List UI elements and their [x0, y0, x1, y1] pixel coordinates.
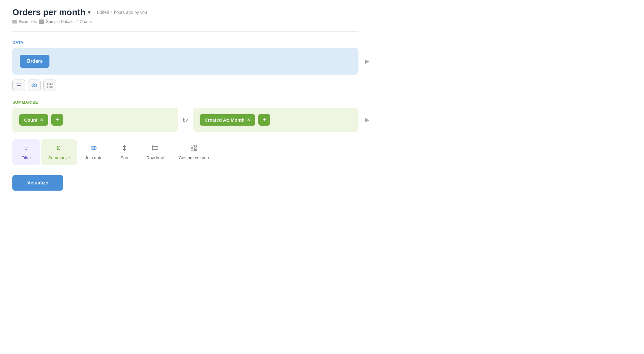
custom-col-icon-btn[interactable]	[43, 80, 56, 91]
svg-point-4	[34, 84, 37, 87]
by-label: by	[183, 117, 188, 123]
folder-icon	[12, 20, 17, 24]
orders-button[interactable]: Orders	[20, 55, 49, 68]
breadcrumb: Examples Sample Dataset / Orders	[12, 19, 358, 24]
summarize-action-label: Summarize	[48, 155, 70, 160]
svg-text:Σ: Σ	[56, 145, 60, 151]
join-circles-icon	[31, 82, 38, 89]
edited-timestamp: Edited 4 hours ago by you	[97, 10, 147, 15]
svg-rect-7	[47, 86, 49, 88]
created-at-pill-remove[interactable]: ✕	[247, 118, 250, 122]
sort-action[interactable]: Sort	[111, 139, 138, 165]
summarize-section-label: Summarize	[12, 100, 358, 105]
data-area: Orders ▶	[12, 48, 358, 75]
custom-column-action-icon	[190, 144, 197, 153]
svg-rect-23	[191, 145, 193, 147]
page-title: Orders per month	[12, 7, 85, 17]
data-area-arrow[interactable]: ▶	[365, 58, 370, 65]
custom-column-action[interactable]: Custom column	[172, 139, 215, 165]
summarize-groupby-box: Created At: Month ✕ + ▶	[193, 108, 358, 132]
breadcrumb-examples[interactable]: Examples	[19, 19, 37, 24]
header-divider	[12, 31, 358, 32]
breadcrumb-table[interactable]: Orders	[79, 19, 92, 24]
database-icon	[39, 19, 44, 24]
summarize-row: Count ✕ + by Created At: Month ✕ + ▶	[12, 108, 358, 132]
summarize-metrics-box: Count ✕ +	[12, 108, 178, 132]
svg-rect-6	[50, 83, 52, 85]
filter-action[interactable]: Filter	[12, 139, 40, 165]
join-action-icon	[90, 144, 97, 153]
filter-icon-btn[interactable]	[12, 80, 25, 91]
join-icon-btn[interactable]	[28, 80, 41, 91]
data-section-label: Data	[12, 40, 358, 45]
title-dropdown-icon[interactable]: ▾	[88, 9, 91, 16]
row-limit-action[interactable]: Row limit	[140, 139, 171, 165]
toolbar-icons-row	[12, 80, 358, 91]
count-pill[interactable]: Count ✕	[19, 114, 48, 126]
summarize-action[interactable]: Σ Summarize	[41, 139, 77, 165]
action-toolbar: Filter Σ Summarize Join data Sort	[12, 139, 358, 165]
add-metric-button[interactable]: +	[51, 114, 63, 126]
breadcrumb-dataset[interactable]: Sample Dataset	[46, 19, 75, 24]
svg-point-16	[93, 146, 96, 150]
visualize-button[interactable]: Visualize	[12, 175, 63, 191]
sort-action-icon	[121, 144, 128, 153]
svg-rect-25	[191, 149, 193, 151]
grid-plus-icon	[46, 82, 53, 89]
filter-action-icon	[23, 144, 30, 153]
breadcrumb-separator: /	[77, 19, 78, 24]
row-limit-action-label: Row limit	[146, 155, 164, 160]
join-action-label: Join data	[85, 155, 103, 160]
svg-rect-5	[47, 83, 49, 85]
summarize-action-icon: Σ	[55, 144, 63, 153]
sort-action-label: Sort	[121, 155, 129, 160]
created-at-pill[interactable]: Created At: Month ✕	[200, 114, 255, 126]
add-groupby-button[interactable]: +	[258, 114, 270, 126]
count-pill-remove[interactable]: ✕	[40, 118, 43, 122]
custom-column-action-label: Custom column	[179, 155, 209, 160]
join-action[interactable]: Join data	[78, 139, 109, 165]
row-limit-action-icon	[151, 144, 159, 153]
summarize-arrow[interactable]: ▶	[365, 116, 370, 123]
svg-rect-24	[194, 145, 197, 147]
filter-lines-icon	[15, 82, 22, 89]
filter-action-label: Filter	[21, 155, 31, 160]
